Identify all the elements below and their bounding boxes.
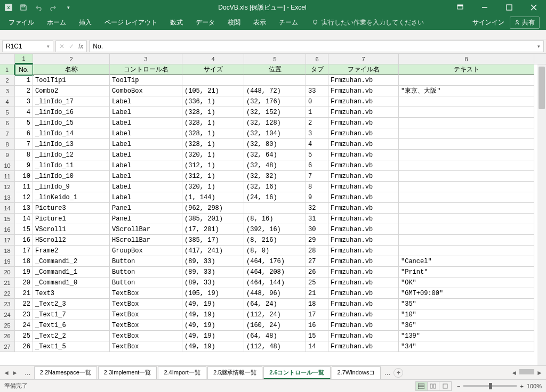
cell[interactable]: HScroll2 <box>33 235 110 246</box>
cell[interactable] <box>244 203 306 214</box>
cell[interactable]: (32, 152) <box>244 107 306 118</box>
cell[interactable]: (448, 72) <box>244 86 306 96</box>
cell[interactable]: Frmzuhan.vb <box>328 277 399 288</box>
cell[interactable]: Frmzuhan.vb <box>328 246 399 256</box>
cell[interactable]: (32, 32) <box>244 171 306 182</box>
cell[interactable]: (49, 19) <box>182 299 244 309</box>
cell[interactable]: HScrollBar <box>110 235 182 246</box>
hscroll-right-icon[interactable]: ► <box>536 369 543 377</box>
cell[interactable]: _Command1_2 <box>33 256 110 267</box>
cell[interactable]: VScroll1 <box>33 224 110 235</box>
cell[interactable] <box>399 192 534 203</box>
cell[interactable]: (32, 104) <box>244 128 306 139</box>
cell[interactable]: Frmzuhan.vb <box>328 224 399 235</box>
cell[interactable]: "Cancel" <box>399 256 534 267</box>
header-cell[interactable]: No. <box>15 64 33 75</box>
row-header[interactable]: 16 <box>0 224 15 235</box>
cell[interactable] <box>244 75 306 86</box>
cell[interactable]: 15 <box>15 224 33 235</box>
cell[interactable]: Frmzuhan.vb <box>328 320 399 331</box>
cell[interactable]: Frmzuhan.vb <box>328 139 399 150</box>
tab-file[interactable]: ファイル <box>3 16 39 29</box>
cell[interactable]: TextBox <box>110 341 182 352</box>
row-header[interactable]: 17 <box>0 235 15 246</box>
cell[interactable]: "35" <box>399 299 534 309</box>
cell[interactable]: _linIdo_13 <box>33 139 110 150</box>
expand-formula-icon[interactable]: ▾ <box>537 44 540 49</box>
cell[interactable]: Label <box>110 182 182 192</box>
cell[interactable]: Frame2 <box>33 246 110 256</box>
cell[interactable]: Frmzuhan.vb <box>328 75 399 86</box>
cell[interactable]: Frmzuhan.vb <box>328 118 399 128</box>
cell[interactable] <box>399 118 534 128</box>
sheet-tab[interactable]: 2.3Implement一覧 <box>98 366 157 379</box>
cell[interactable]: Picture3 <box>33 203 110 214</box>
row-header[interactable]: 14 <box>0 203 15 214</box>
row-header[interactable]: 26 <box>0 331 15 341</box>
cell[interactable]: "34" <box>399 341 534 352</box>
enter-formula-icon[interactable]: ✓ <box>69 43 74 50</box>
cell[interactable]: Frmzuhan.vb <box>328 182 399 192</box>
row-header[interactable]: 10 <box>0 160 15 171</box>
cell[interactable]: 16 <box>15 235 33 246</box>
cell[interactable]: 32 <box>306 203 328 214</box>
cell[interactable]: 3 <box>306 128 328 139</box>
cell[interactable] <box>182 75 244 86</box>
cell[interactable]: _Text1_6 <box>33 320 110 331</box>
cell[interactable]: 30 <box>306 224 328 235</box>
row-header[interactable]: 24 <box>0 309 15 320</box>
cell[interactable]: (328, 1) <box>182 107 244 118</box>
cell[interactable]: (49, 19) <box>182 309 244 320</box>
cell[interactable]: (112, 48) <box>244 341 306 352</box>
cell[interactable]: Panel <box>110 214 182 224</box>
cell[interactable]: Frmzuhan.vb <box>328 341 399 352</box>
view-normal-icon[interactable] <box>416 382 428 390</box>
hscroll-left-icon[interactable]: ◄ <box>511 369 517 377</box>
cell[interactable]: 1 <box>15 75 33 86</box>
cell[interactable]: Frmzuhan.vb <box>328 235 399 246</box>
cell[interactable]: (32, 64) <box>244 150 306 160</box>
cell[interactable] <box>399 150 534 160</box>
cell[interactable]: Label <box>110 96 182 107</box>
cell[interactable] <box>399 214 534 224</box>
cell[interactable]: _linKeido_1 <box>33 192 110 203</box>
cell[interactable]: 21 <box>306 288 328 299</box>
cell[interactable]: 9 <box>15 160 33 171</box>
header-cell[interactable]: コントロール名 <box>110 64 182 75</box>
cell[interactable]: _Text1_7 <box>33 309 110 320</box>
cell[interactable]: Combo2 <box>33 86 110 96</box>
cell[interactable]: (448, 96) <box>244 288 306 299</box>
row-header[interactable]: 1 <box>0 64 15 75</box>
qat-customize-icon[interactable]: ▾ <box>64 3 73 12</box>
vertical-scrollbar[interactable] <box>537 64 546 365</box>
row-header[interactable]: 2 <box>0 75 15 86</box>
cell[interactable]: VScrollBar <box>110 224 182 235</box>
cell[interactable]: (336, 1) <box>182 96 244 107</box>
cell[interactable]: TextBox <box>110 331 182 341</box>
view-pagelayout-icon[interactable] <box>428 382 439 390</box>
cell[interactable]: _Text2_3 <box>33 299 110 309</box>
cell[interactable]: Label <box>110 160 182 171</box>
row-header[interactable]: 23 <box>0 299 15 309</box>
zoom-knob[interactable] <box>489 383 492 389</box>
cell[interactable] <box>399 224 534 235</box>
header-cell[interactable]: 位置 <box>244 64 306 75</box>
cell[interactable]: (328, 1) <box>182 128 244 139</box>
cell[interactable]: (32, 128) <box>244 118 306 128</box>
cell[interactable]: (64, 48) <box>244 331 306 341</box>
cell[interactable]: TextBox <box>110 299 182 309</box>
row-header[interactable]: 13 <box>0 192 15 203</box>
cell[interactable]: (89, 33) <box>182 277 244 288</box>
cell[interactable]: 1 <box>306 107 328 118</box>
header-cell[interactable]: ファイル名 <box>328 64 399 75</box>
add-sheet-button[interactable]: + <box>394 368 403 378</box>
row-header[interactable]: 5 <box>0 107 15 118</box>
cell[interactable]: _linIdo_15 <box>33 118 110 128</box>
cell[interactable]: Frmzuhan.vb <box>328 171 399 182</box>
column-header[interactable]: 3 <box>110 54 182 64</box>
column-header[interactable]: 4 <box>182 54 244 64</box>
header-cell[interactable]: タブ <box>306 64 328 75</box>
cell[interactable]: (1, 144) <box>182 192 244 203</box>
cell[interactable]: 14 <box>306 341 328 352</box>
cell[interactable]: (32, 48) <box>244 160 306 171</box>
